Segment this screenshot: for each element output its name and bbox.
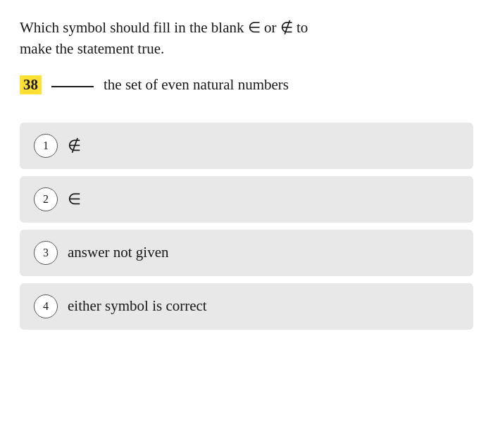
option-4-number: 4 bbox=[43, 300, 49, 313]
blank-line bbox=[51, 86, 94, 87]
statement-row: 38 the set of even natural numbers bbox=[20, 75, 473, 94]
highlight-number: 38 bbox=[20, 75, 42, 94]
option-3-number: 3 bbox=[43, 247, 49, 259]
question-line1: Which symbol should fill in the blank ∈ … bbox=[20, 19, 308, 36]
option-1-label: ∉ bbox=[68, 137, 81, 155]
question-line2: make the statement true. bbox=[20, 40, 164, 57]
option-3-circle: 3 bbox=[34, 241, 58, 265]
option-2-number: 2 bbox=[43, 193, 49, 206]
question-text: Which symbol should fill in the blank ∈ … bbox=[20, 17, 473, 60]
option-4[interactable]: 4 either symbol is correct bbox=[20, 283, 473, 330]
statement-rest: the set of even natural numbers bbox=[104, 76, 289, 94]
option-3[interactable]: 3 answer not given bbox=[20, 230, 473, 276]
option-2-label: ∈ bbox=[68, 190, 81, 209]
option-1-number: 1 bbox=[43, 139, 49, 152]
options-container: 1 ∉ 2 ∈ 3 answer not given 4 either symb… bbox=[20, 123, 473, 330]
option-2[interactable]: 2 ∈ bbox=[20, 176, 473, 223]
option-2-circle: 2 bbox=[34, 187, 58, 211]
option-1[interactable]: 1 ∉ bbox=[20, 123, 473, 169]
option-4-label: either symbol is correct bbox=[68, 297, 207, 315]
option-1-circle: 1 bbox=[34, 134, 58, 158]
option-3-label: answer not given bbox=[68, 244, 168, 261]
option-4-circle: 4 bbox=[34, 294, 58, 318]
page-container: Which symbol should fill in the blank ∈ … bbox=[0, 0, 493, 448]
